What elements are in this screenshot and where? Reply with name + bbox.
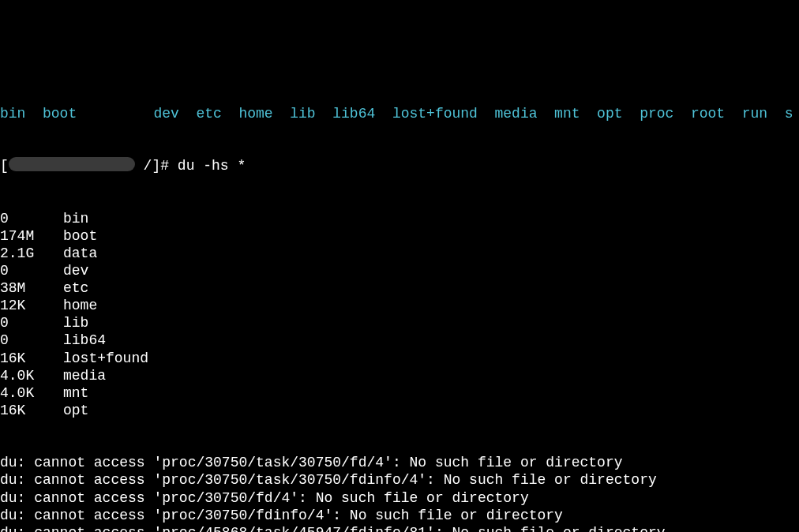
size-value: 2.1G xyxy=(0,245,63,262)
dir-name: opt xyxy=(63,402,88,419)
du-error-line: du: cannot access 'proc/30750/fd/4': No … xyxy=(0,489,799,507)
du-row: 0lib64 xyxy=(0,332,799,349)
prompt-line: [ /]# du -hs * xyxy=(0,157,799,174)
dir-name: boot xyxy=(63,227,97,245)
dir-name: etc xyxy=(63,279,88,297)
size-value: 12K xyxy=(0,297,63,314)
du-row: 16Kopt xyxy=(0,402,799,419)
du-row: 12Khome xyxy=(0,297,799,314)
du-output-before: 0bin174Mboot2.1Gdata0dev38Metc12Khome0li… xyxy=(0,210,799,420)
du-row: 0bin xyxy=(0,210,799,227)
du-row: 38Metc xyxy=(0,279,799,297)
du-row: 4.0Kmedia xyxy=(0,367,799,384)
dir-name: mnt xyxy=(63,384,88,402)
prompt-user-host-redacted xyxy=(9,157,135,171)
size-value: 4.0K xyxy=(0,384,63,402)
dir-name: lib xyxy=(63,314,88,332)
ls-output-partial: bin boot dev etc home lib lib64 lost+fou… xyxy=(0,105,799,122)
du-errors: du: cannot access 'proc/30750/task/30750… xyxy=(0,454,799,532)
du-row: 174Mboot xyxy=(0,227,799,245)
size-value: 0 xyxy=(0,210,63,227)
size-value: 16K xyxy=(0,350,63,367)
du-row: 16Klost+found xyxy=(0,350,799,367)
size-value: 0 xyxy=(0,314,63,332)
du-error-line: du: cannot access 'proc/45868/task/45947… xyxy=(0,524,799,532)
du-row: 4.0Kmnt xyxy=(0,384,799,402)
prompt-path: /]# xyxy=(135,157,178,174)
size-value: 174M xyxy=(0,227,63,245)
du-error-line: du: cannot access 'proc/30750/task/30750… xyxy=(0,454,799,471)
prompt-open: [ xyxy=(0,157,9,174)
du-row: 2.1Gdata xyxy=(0,245,799,262)
du-error-line: du: cannot access 'proc/30750/fdinfo/4':… xyxy=(0,507,799,524)
du-row: 0dev xyxy=(0,262,799,279)
dir-name: bin xyxy=(63,210,88,227)
terminal-output[interactable]: bin boot dev etc home lib lib64 lost+fou… xyxy=(0,70,799,533)
dir-name: dev xyxy=(63,262,88,279)
du-error-line: du: cannot access 'proc/30750/task/30750… xyxy=(0,471,799,489)
dir-name: lost+found xyxy=(63,350,148,367)
size-value: 4.0K xyxy=(0,367,63,384)
dir-name: home xyxy=(63,297,97,314)
size-value: 0 xyxy=(0,332,63,349)
size-value: 16K xyxy=(0,402,63,419)
du-row: 0lib xyxy=(0,314,799,332)
size-value: 0 xyxy=(0,262,63,279)
command-text: du -hs * xyxy=(178,157,246,174)
dir-name: media xyxy=(63,367,106,384)
dir-name: lib64 xyxy=(63,332,106,349)
dir-name: data xyxy=(63,245,97,262)
size-value: 38M xyxy=(0,279,63,297)
